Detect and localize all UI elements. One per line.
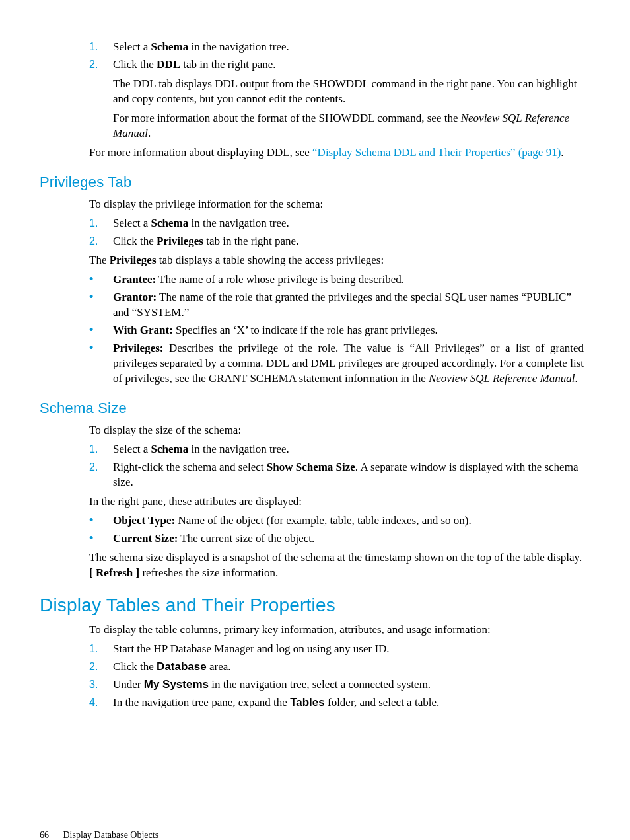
step-4: 4. In the navigation tree pane, expand t… [89, 695, 584, 710]
bullet-object-type: Object Type: Name of the object (for exa… [89, 514, 584, 529]
privileges-bullets: Grantee: The name of a role whose privil… [89, 272, 584, 387]
step-2: 2. Right-click the schema and select Sho… [89, 460, 584, 490]
step-number: 2. [89, 57, 113, 73]
privileges-intro: To display the privilege information for… [89, 197, 584, 212]
step-1: 1. Start the HP Database Manager and log… [89, 642, 584, 657]
step-text: Click the Privileges tab in the right pa… [113, 234, 584, 249]
step-number: 4. [89, 695, 113, 710]
step-text: Select a Schema in the navigation tree. [113, 442, 584, 457]
step-3: 3. Under My Systems in the navigation tr… [89, 677, 584, 693]
schema-size-bullets: Object Type: Name of the object (for exa… [89, 514, 584, 547]
ddl-note-1: The DDL tab displays DDL output from the… [113, 77, 584, 107]
ddl-note-2: For more information about the format of… [113, 111, 584, 141]
ddl-step-list: 1. Select a Schema in the navigation tre… [89, 40, 584, 73]
step-number: 1. [89, 40, 113, 55]
step-1: 1. Select a Schema in the navigation tre… [89, 216, 584, 231]
schema-size-refresh: The schema size displayed is a snapshot … [89, 551, 584, 581]
step-number: 3. [89, 677, 113, 693]
step-text: Select a Schema in the navigation tree. [113, 216, 584, 231]
step-2: 2. Click the DDL tab in the right pane. [89, 57, 584, 73]
step-text: Select a Schema in the navigation tree. [113, 40, 584, 55]
step-number: 2. [89, 234, 113, 249]
privileges-table-intro: The Privileges tab displays a table show… [89, 253, 584, 268]
chapter-title: Display Database Objects [63, 830, 159, 840]
display-tables-step-list: 1. Start the HP Database Manager and log… [89, 642, 584, 710]
link-display-schema-ddl[interactable]: “Display Schema DDL and Their Properties… [312, 146, 561, 159]
top-continuation: 1. Select a Schema in the navigation tre… [89, 40, 584, 161]
step-text: Right-click the schema and select Show S… [113, 460, 584, 490]
privileges-content: To display the privilege information for… [89, 197, 584, 386]
display-tables-content: To display the table columns, primary ke… [89, 623, 584, 710]
privileges-step-list: 1. Select a Schema in the navigation tre… [89, 216, 584, 249]
ddl-see-also: For more information about displaying DD… [89, 145, 584, 161]
step-text: In the navigation tree pane, expand the … [113, 695, 584, 710]
heading-privileges-tab: Privileges Tab [40, 172, 590, 192]
display-tables-intro: To display the table columns, primary ke… [89, 623, 584, 638]
step-number: 1. [89, 216, 113, 231]
bullet-grantor: Grantor: The name of the role that grant… [89, 290, 584, 321]
step-1: 1. Select a Schema in the navigation tre… [89, 442, 584, 457]
step-number: 2. [89, 460, 113, 490]
step-number: 2. [89, 660, 113, 675]
schema-size-intro: To display the size of the schema: [89, 423, 584, 438]
schema-size-step-list: 1. Select a Schema in the navigation tre… [89, 442, 584, 490]
schema-size-content: To display the size of the schema: 1. Se… [89, 423, 584, 580]
bullet-privileges: Privileges: Describes the privilege of t… [89, 341, 584, 387]
bullet-with-grant: With Grant: Specifies an ‘X’ to indicate… [89, 323, 584, 338]
bullet-grantee: Grantee: The name of a role whose privil… [89, 272, 584, 287]
schema-size-attrs-intro: In the right pane, these attributes are … [89, 494, 584, 510]
heading-display-tables: Display Tables and Their Properties [40, 593, 590, 618]
page-footer: 66 Display Database Objects [40, 829, 590, 840]
step-text: Under My Systems in the navigation tree,… [113, 677, 584, 693]
step-2: 2. Click the Privileges tab in the right… [89, 234, 584, 249]
step-text: Start the HP Database Manager and log on… [113, 642, 584, 657]
bullet-current-size: Current Size: The current size of the ob… [89, 531, 584, 547]
heading-schema-size: Schema Size [40, 399, 590, 418]
step-text: Click the Database area. [113, 660, 584, 675]
step-number: 1. [89, 642, 113, 657]
step-2: 2. Click the Database area. [89, 660, 584, 675]
step-1: 1. Select a Schema in the navigation tre… [89, 40, 584, 55]
page-number: 66 [40, 829, 61, 840]
step-number: 1. [89, 442, 113, 457]
step-text: Click the DDL tab in the right pane. [113, 57, 584, 73]
